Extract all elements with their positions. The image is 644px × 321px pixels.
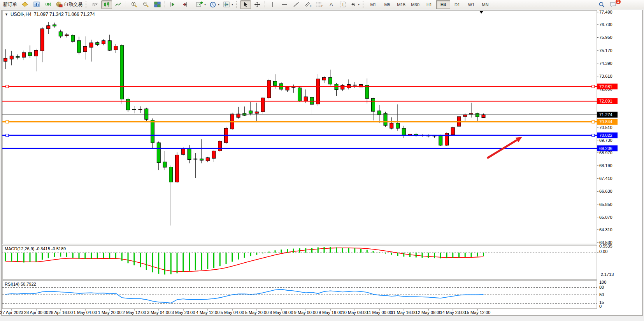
auto-scroll-button[interactable] bbox=[167, 0, 178, 9]
toolbar-separator bbox=[165, 1, 165, 8]
fibonacci-tool-button[interactable]: F bbox=[314, 0, 325, 9]
tf-h1-button[interactable]: H1 bbox=[422, 0, 436, 9]
svg-text:14 May 23:00: 14 May 23:00 bbox=[440, 310, 466, 315]
tf-m5-button[interactable]: M5 bbox=[380, 0, 394, 9]
candle bbox=[77, 41, 81, 53]
signal-icon[interactable] bbox=[43, 0, 54, 9]
candle bbox=[40, 29, 44, 51]
vertical-line-tool-button[interactable] bbox=[267, 0, 278, 9]
search-button[interactable] bbox=[596, 0, 607, 9]
candle bbox=[377, 111, 381, 115]
candle bbox=[145, 109, 148, 119]
rsi-pane: 1008050150 bbox=[2, 280, 606, 309]
candle bbox=[163, 162, 167, 167]
candle bbox=[212, 151, 216, 158]
notification-badge: 1 bbox=[615, 0, 621, 5]
candle bbox=[249, 111, 253, 113]
candle bbox=[181, 148, 185, 154]
svg-text:70.510: 70.510 bbox=[599, 125, 612, 130]
candle bbox=[151, 120, 154, 143]
hline-handle[interactable] bbox=[592, 120, 595, 123]
auto-trading-button[interactable]: 自动交易 bbox=[54, 0, 84, 9]
tf-h4-button[interactable]: H4 bbox=[436, 0, 450, 9]
crosshair-tool-button[interactable] bbox=[252, 0, 263, 9]
svg-text:15 May 12:00: 15 May 12:00 bbox=[465, 310, 491, 315]
candle bbox=[304, 97, 307, 101]
svg-text:76.730: 76.730 bbox=[599, 22, 612, 27]
chart-template-button[interactable]: ▾ bbox=[222, 0, 235, 9]
one-click-trading-toggle-icon[interactable]: ▼ bbox=[5, 12, 8, 16]
candle bbox=[83, 46, 87, 52]
chart-canvas[interactable]: 77.49076.73075.95075.17074.39073.61072.8… bbox=[0, 0, 644, 321]
arrow-objects-button[interactable]: ▾ bbox=[349, 0, 361, 9]
candle bbox=[451, 127, 454, 135]
zoom-in-button[interactable] bbox=[128, 0, 139, 9]
macd-histogram bbox=[5, 247, 484, 275]
candle bbox=[390, 123, 393, 128]
gold-diamond-icon bbox=[22, 2, 28, 7]
horizontal-line-tool-button[interactable] bbox=[279, 0, 290, 9]
tf-d1-button[interactable]: D1 bbox=[450, 0, 464, 9]
hline-70.844[interactable] bbox=[2, 120, 597, 123]
tf-w1-button[interactable]: W1 bbox=[464, 0, 478, 9]
annotation-arrow[interactable] bbox=[487, 137, 522, 158]
candle bbox=[71, 35, 75, 42]
candle bbox=[341, 85, 344, 89]
charts-window-icon[interactable] bbox=[31, 0, 42, 9]
hline-handle[interactable] bbox=[592, 85, 595, 88]
toolbar-separator bbox=[126, 1, 126, 8]
tf-mn-button[interactable]: MN bbox=[478, 0, 492, 9]
svg-text:A: A bbox=[330, 2, 333, 7]
candle bbox=[384, 113, 387, 126]
toolbar-grip bbox=[86, 1, 88, 8]
line-chart-button[interactable] bbox=[113, 0, 124, 9]
svg-text:2 May 12:00: 2 May 12:00 bbox=[123, 310, 146, 315]
svg-text:5 May 04:00: 5 May 04:00 bbox=[221, 310, 244, 315]
tf-m15-button[interactable]: M15 bbox=[394, 0, 408, 9]
candle bbox=[402, 128, 405, 136]
tf-m1-button[interactable]: M1 bbox=[366, 0, 380, 9]
equidistant-channel-tool-button[interactable]: E bbox=[302, 0, 313, 9]
svg-text:E: E bbox=[310, 5, 312, 7]
clock-icon bbox=[210, 2, 216, 8]
candlestick-chart-button[interactable] bbox=[101, 0, 112, 9]
period-clock-button[interactable]: ▾ bbox=[208, 0, 221, 9]
trendline-tool-button[interactable] bbox=[291, 0, 302, 9]
chart-shift-button[interactable] bbox=[179, 0, 190, 9]
zoom-out-button[interactable] bbox=[140, 0, 151, 9]
candle bbox=[108, 41, 111, 51]
candle bbox=[175, 155, 179, 182]
candle bbox=[463, 115, 467, 117]
tile-windows-button[interactable] bbox=[152, 0, 163, 9]
notifications-button[interactable]: 1 bbox=[608, 0, 619, 9]
svg-text:F: F bbox=[321, 5, 323, 7]
hline-handle[interactable] bbox=[6, 134, 9, 137]
add-indicator-button[interactable]: ▾ bbox=[195, 0, 207, 9]
chart-shift-marker-icon[interactable] bbox=[479, 11, 483, 14]
candle bbox=[353, 85, 356, 85]
cursor-tool-button[interactable] bbox=[240, 0, 251, 9]
candle bbox=[365, 85, 369, 98]
hline-handle[interactable] bbox=[6, 120, 9, 123]
candle bbox=[4, 58, 7, 61]
svg-text:72.091: 72.091 bbox=[599, 99, 612, 103]
svg-text:73.610: 73.610 bbox=[599, 74, 612, 79]
dropdown-caret: ▾ bbox=[218, 3, 219, 6]
candle bbox=[114, 46, 118, 50]
main-toolbar: 新订单 自动交易 ▾ ▾ bbox=[0, 0, 644, 9]
hline-handle[interactable] bbox=[592, 134, 595, 137]
hline-70.022[interactable] bbox=[2, 134, 597, 137]
text-icon: A bbox=[328, 2, 334, 7]
candle bbox=[96, 43, 99, 45]
text-label-tool-button[interactable]: T bbox=[337, 0, 348, 9]
new-order-button[interactable]: 新订单 bbox=[2, 0, 19, 9]
tf-m30-button[interactable]: M30 bbox=[408, 0, 422, 9]
text-tool-button[interactable]: A bbox=[326, 0, 337, 9]
bar-chart-button[interactable] bbox=[89, 0, 100, 9]
new-order-icon[interactable] bbox=[19, 0, 30, 9]
candle bbox=[476, 113, 479, 117]
hline-handle[interactable] bbox=[6, 85, 9, 88]
svg-text:T: T bbox=[341, 2, 344, 7]
dropdown-caret: ▾ bbox=[204, 3, 206, 6]
fibonacci-icon: F bbox=[316, 2, 323, 7]
